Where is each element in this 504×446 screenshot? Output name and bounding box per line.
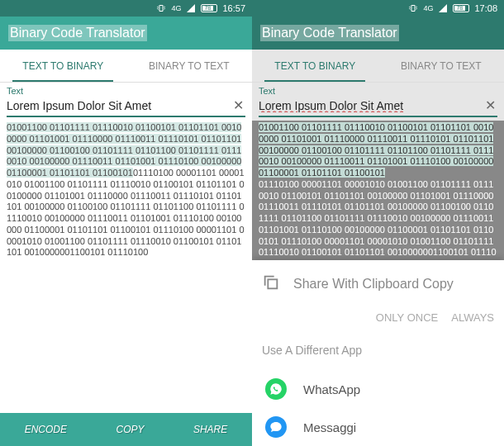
signal-icon [186,3,196,13]
share-options: ONLY ONCE ALWAYS [262,311,494,324]
app-label: WhatsApp [303,382,360,396]
svg-rect-0 [268,279,277,288]
battery-icon: 78 [201,4,217,12]
whatsapp-icon [265,378,287,400]
input-label: Text [0,83,252,96]
tab-text-to-binary[interactable]: TEXT TO BINARY [0,50,126,82]
app-bar: Binary Code Translator [252,17,504,50]
share-header: Share With Clipboard Copy [262,273,494,295]
network-label: 4G [171,4,181,12]
share-title: Share With Clipboard Copy [293,277,454,292]
vibrate-icon [408,3,418,13]
messaggi-icon [265,416,287,438]
copy-icon [262,273,280,295]
app-title: Binary Code Translator [260,25,399,41]
signal-icon [438,3,448,13]
input-label: Text [252,83,504,96]
tab-text-to-binary[interactable]: TEXT TO BINARY [252,50,378,82]
share-sheet: Share With Clipboard Copy ONLY ONCE ALWA… [252,260,504,446]
app-bar: Binary Code Translator [0,17,252,50]
clock: 17:08 [474,3,497,13]
clock: 16:57 [222,3,245,13]
app-item-messaggi[interactable]: Messaggi [262,408,494,446]
tabs: TEXT TO BINARY BINARY TO TEXT [0,50,252,83]
text-input[interactable] [7,96,245,117]
input-row: ✕ [0,96,252,121]
tabs: TEXT TO BINARY BINARY TO TEXT [252,50,504,83]
bottom-bar: ENCODE COPY SHARE [0,413,252,446]
status-bar: 4G 78 17:08 [252,0,504,17]
app-title: Binary Code Translator [8,25,147,41]
vibrate-icon [156,3,166,13]
app-label: Messaggi [303,420,356,434]
copy-button[interactable]: COPY [116,424,144,435]
binary-output: 01001100 01101111 01110010 01100101 0110… [252,121,504,272]
only-once-button[interactable]: ONLY ONCE [376,311,438,324]
output-selection: 01001100 01101111 01110010 01100101 0110… [259,122,493,178]
status-bar: 4G 78 16:57 [0,0,252,17]
app-item-whatsapp[interactable]: WhatsApp [262,370,494,408]
clear-icon[interactable]: ✕ [485,97,496,113]
phone-left: 4G 78 16:57 Binary Code Translator TEXT … [0,0,252,446]
phone-right: 4G 78 17:08 Binary Code Translator TEXT … [252,0,504,446]
network-label: 4G [423,4,433,12]
text-input[interactable] [259,96,497,117]
different-app-label: Use A Different App [262,344,494,357]
battery-icon: 78 [453,4,469,12]
tab-binary-to-text[interactable]: BINARY TO TEXT [378,50,505,82]
clear-icon[interactable]: ✕ [233,97,244,113]
always-button[interactable]: ALWAYS [451,311,494,324]
tab-binary-to-text[interactable]: BINARY TO TEXT [126,50,253,82]
share-button[interactable]: SHARE [193,424,227,435]
binary-output: 01001100 01101111 01110010 01100101 0110… [0,121,252,260]
input-row: ✕ [252,96,504,121]
encode-button[interactable]: ENCODE [25,424,67,435]
